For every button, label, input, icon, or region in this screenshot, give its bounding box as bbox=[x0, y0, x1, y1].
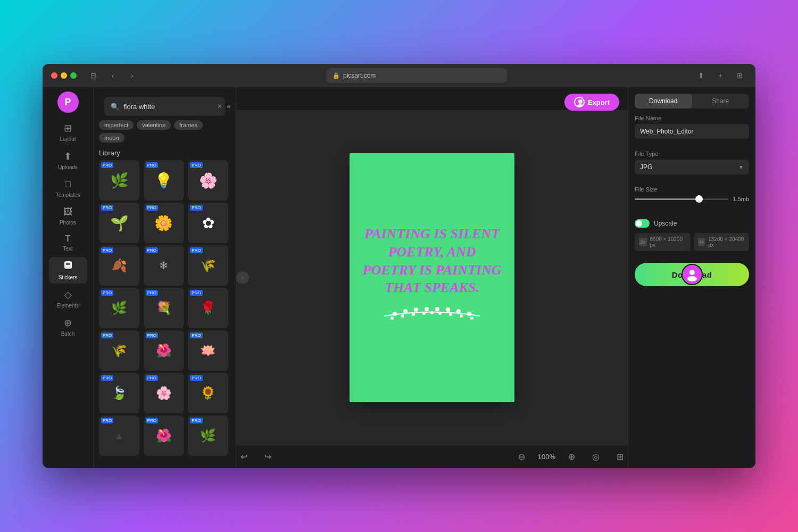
option-icon-1: 2x bbox=[639, 238, 647, 246]
list-item[interactable]: PRO 🌿 bbox=[99, 288, 139, 328]
share-browser-button[interactable]: ⬆ bbox=[694, 68, 709, 83]
minimize-button[interactable] bbox=[61, 72, 67, 79]
design-canvas: PAINTING IS SILENT POETRY, AND POETRY IS… bbox=[350, 153, 514, 402]
svg-point-16 bbox=[422, 312, 426, 315]
stickers-label: Stickers bbox=[59, 275, 78, 280]
sidebar-item-elements[interactable]: ◇ Elements bbox=[49, 286, 87, 312]
browser-right-controls: ⬆ + ⊞ bbox=[694, 68, 747, 83]
svg-point-18 bbox=[438, 312, 442, 315]
maximize-button[interactable] bbox=[70, 72, 77, 79]
grid-view-button[interactable]: ⊞ bbox=[612, 450, 628, 464]
file-name-section: File Name bbox=[628, 109, 755, 139]
download-button[interactable]: Download bbox=[635, 263, 749, 286]
zoom-out-button[interactable]: ⊖ bbox=[514, 450, 529, 464]
svg-point-21 bbox=[470, 317, 473, 320]
upscale-toggle[interactable] bbox=[635, 219, 650, 228]
list-item[interactable]: PRO 🌱 bbox=[99, 203, 139, 243]
browser-titlebar: ⊟ ‹ › 🔒 picsart.com ⬆ + ⊞ bbox=[43, 64, 755, 87]
export-button[interactable]: Export bbox=[564, 94, 619, 111]
list-item[interactable]: PRO 🌿 bbox=[99, 160, 139, 201]
tab-share[interactable]: Share bbox=[692, 94, 750, 109]
close-button[interactable] bbox=[51, 72, 57, 79]
list-item[interactable]: PRO 🌺 bbox=[144, 415, 184, 456]
sidebar-item-uploads[interactable]: ⬆ Uploads bbox=[49, 147, 87, 173]
upscale-option-1[interactable]: 2x 6600 × 10200 px bbox=[635, 233, 691, 251]
layout-label: Layout bbox=[60, 136, 76, 142]
uploads-icon: ⬆ bbox=[64, 151, 72, 162]
icon-sidebar: P ⊞ Layout ⬆ Uploads □ Templates 🖼 Photo… bbox=[43, 87, 94, 468]
list-item[interactable]: PRO 🌺 bbox=[144, 330, 184, 371]
svg-point-3 bbox=[578, 99, 583, 104]
file-size-value: 1.5mb bbox=[733, 196, 749, 202]
traffic-lights bbox=[51, 72, 77, 79]
sticker-badge: PRO bbox=[146, 205, 158, 211]
panel-collapse-button[interactable]: ‹ bbox=[236, 271, 249, 284]
file-size-slider[interactable] bbox=[635, 198, 728, 200]
sidebar-item-layout[interactable]: ⊞ Layout bbox=[49, 119, 87, 145]
svg-point-7 bbox=[414, 307, 418, 312]
tab-grid-button[interactable]: ⊞ bbox=[732, 68, 747, 83]
sticker-badge: PRO bbox=[146, 418, 158, 423]
option-text-2: 13200 × 20400 px bbox=[708, 236, 745, 248]
eye-button[interactable]: ◎ bbox=[588, 450, 604, 464]
zoom-level: 100% bbox=[538, 453, 555, 461]
canvas-quote: PAINTING IS SILENT POETRY, AND POETRY IS… bbox=[362, 225, 502, 297]
svg-point-5 bbox=[393, 312, 397, 316]
back-button[interactable]: ‹ bbox=[105, 68, 120, 83]
sticker-badge: PRO bbox=[101, 205, 113, 211]
list-item[interactable]: PRO ▲ bbox=[99, 415, 139, 456]
list-item[interactable]: PRO 🌿 bbox=[188, 415, 228, 456]
svg-point-15 bbox=[412, 313, 415, 316]
sticker-badge: PRO bbox=[190, 205, 202, 211]
upscale-option-2[interactable]: 4x 13200 × 20400 px bbox=[694, 233, 750, 251]
tag-frames[interactable]: frames bbox=[174, 120, 203, 130]
size-slider-row: 1.5mb bbox=[635, 196, 749, 202]
forward-button[interactable]: › bbox=[124, 68, 139, 83]
list-item[interactable]: PRO 🌸 bbox=[188, 160, 228, 201]
list-item[interactable]: PRO 🌾 bbox=[99, 330, 139, 371]
list-item[interactable]: PRO ✿ bbox=[188, 203, 228, 243]
list-item[interactable]: PRO 🍂 bbox=[99, 245, 139, 286]
list-item[interactable]: PRO 💐 bbox=[144, 288, 184, 328]
list-item[interactable]: PRO 🌼 bbox=[144, 203, 184, 243]
zoom-in-button[interactable]: ⊕ bbox=[564, 450, 579, 464]
tag-moon[interactable]: moon bbox=[99, 133, 124, 143]
sidebar-item-photos[interactable]: 🖼 Photos bbox=[49, 203, 87, 229]
undo-button[interactable]: ↩ bbox=[236, 450, 252, 464]
file-type-section: File Type JPG PNG PDF SVG ▼ bbox=[628, 144, 755, 174]
file-name-input[interactable] bbox=[635, 124, 749, 139]
list-item[interactable]: PRO 💡 bbox=[144, 160, 184, 201]
right-panel: Download Share File Name File Type JPG P… bbox=[628, 87, 755, 468]
svg-point-14 bbox=[401, 314, 404, 318]
tag-valentine[interactable]: valentine bbox=[137, 120, 171, 130]
sidebar-item-batch[interactable]: ⊕ Batch bbox=[49, 314, 87, 340]
list-item[interactable]: PRO 🌻 bbox=[188, 373, 228, 413]
list-item[interactable]: PRO 🌸 bbox=[144, 373, 184, 413]
list-item[interactable]: PRO 🌹 bbox=[188, 288, 228, 328]
sidebar-item-templates[interactable]: □ Templates bbox=[49, 176, 87, 201]
filter-icon[interactable]: ≡ bbox=[227, 103, 230, 110]
address-bar[interactable]: 🔒 picsart.com bbox=[326, 68, 507, 83]
sidebar-item-text[interactable]: T Text bbox=[49, 231, 87, 255]
app-logo[interactable]: P bbox=[57, 92, 79, 113]
new-tab-button[interactable]: + bbox=[713, 68, 728, 83]
search-icon: 🔍 bbox=[111, 103, 119, 111]
canvas-main[interactable]: ‹ PAINTING IS SILENT POETRY, AND POETRY … bbox=[236, 111, 628, 445]
search-clear-icon[interactable]: ✕ bbox=[217, 103, 222, 110]
search-input[interactable] bbox=[123, 103, 213, 111]
templates-label: Templates bbox=[56, 192, 80, 198]
list-item[interactable]: PRO 🍃 bbox=[99, 373, 139, 413]
redo-button[interactable]: ↪ bbox=[260, 450, 276, 464]
sidebar-toggle-button[interactable]: ⊟ bbox=[86, 68, 101, 83]
list-item[interactable]: PRO ❄ bbox=[144, 245, 184, 286]
svg-point-8 bbox=[425, 307, 429, 311]
search-bar[interactable]: 🔍 ✕ ≡ 🔖 bbox=[104, 97, 225, 116]
address-bar-container: 🔒 picsart.com bbox=[145, 68, 688, 83]
sidebar-item-stickers[interactable]: Stickers bbox=[49, 257, 87, 284]
svg-point-4 bbox=[577, 104, 584, 107]
tab-download[interactable]: Download bbox=[635, 94, 692, 109]
list-item[interactable]: PRO 🌾 bbox=[188, 245, 228, 286]
list-item[interactable]: PRO 🪷 bbox=[188, 330, 228, 371]
tag-mjperfect[interactable]: mjperfect bbox=[99, 120, 134, 130]
file-type-select[interactable]: JPG PNG PDF SVG bbox=[635, 160, 749, 174]
